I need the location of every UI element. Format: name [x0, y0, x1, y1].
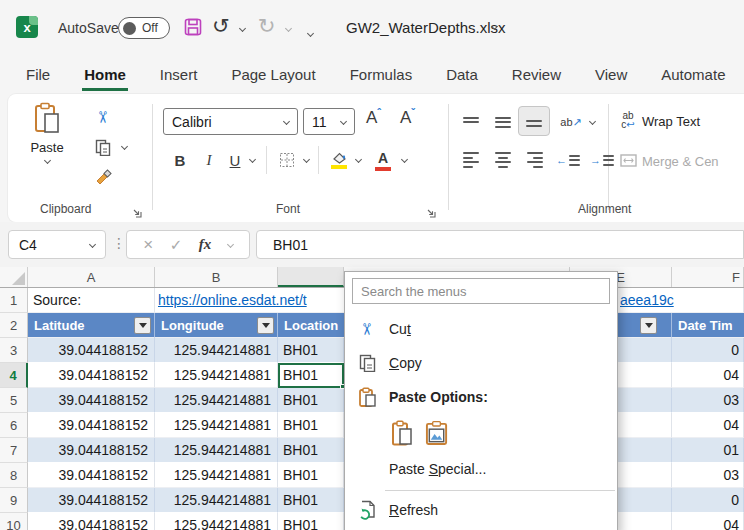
header-latitude[interactable]: Latitude [28, 313, 155, 338]
cell[interactable]: 125.944214881 [155, 338, 278, 363]
cell[interactable]: 125.944214881 [155, 388, 278, 413]
underline-dropdown-icon[interactable] [249, 156, 256, 163]
cell[interactable]: 04 [672, 513, 744, 530]
cell[interactable]: 125.944214881 [155, 413, 278, 438]
row-header-7[interactable]: 7 [0, 438, 28, 463]
menu-item-copy[interactable]: Copy [345, 346, 617, 380]
font-name-select[interactable]: Calibri [163, 108, 298, 135]
wrap-text-button-icon-wrap[interactable]: abc↩ [616, 106, 640, 134]
tab-page-layout[interactable]: Page Layout [229, 60, 317, 91]
clipboard-dialog-launcher-icon[interactable] [132, 204, 142, 222]
bottom-align-button[interactable] [518, 106, 550, 136]
cell[interactable]: 125.944214881 [155, 363, 278, 388]
row-header-4[interactable]: 4 [0, 363, 28, 388]
bold-button[interactable]: B [168, 146, 192, 174]
row-header-9[interactable]: 9 [0, 488, 28, 513]
row-header-10[interactable]: 10 [0, 513, 28, 530]
drag-handle-icon[interactable]: ⋮ [112, 235, 125, 251]
font-color-button[interactable]: A [370, 146, 396, 174]
borders-dropdown-icon[interactable] [303, 156, 310, 163]
source-link[interactable]: https://online.esdat.net/t [158, 292, 307, 308]
cell[interactable]: BH01 [278, 388, 344, 413]
align-left-button[interactable] [458, 146, 484, 174]
tab-insert[interactable]: Insert [158, 60, 200, 91]
fx-dropdown-icon[interactable] [227, 241, 234, 248]
underline-button[interactable]: U [224, 146, 246, 174]
top-align-button[interactable] [458, 108, 484, 136]
paste-button[interactable]: Paste [18, 102, 76, 196]
increase-font-size-button[interactable]: Aˆ [366, 106, 381, 128]
row-header-2[interactable]: 2 [0, 313, 28, 338]
cell[interactable]: 39.044188152 [28, 338, 155, 363]
undo-icon[interactable]: ↺ [212, 14, 230, 38]
redo-dropdown-icon[interactable] [285, 25, 292, 32]
cell[interactable]: 01 [672, 438, 744, 463]
tab-data[interactable]: Data [444, 60, 480, 91]
cell[interactable]: 39.044188152 [28, 463, 155, 488]
menu-item-refresh[interactable]: Refresh [345, 493, 617, 527]
cell[interactable]: 03 [672, 463, 744, 488]
align-right-button[interactable] [522, 146, 548, 174]
cell[interactable]: 39.044188152 [28, 513, 155, 530]
column-header-f[interactable]: F [672, 267, 744, 287]
cell[interactable]: 125.944214881 [155, 438, 278, 463]
font-color-dropdown-icon[interactable] [401, 156, 408, 163]
cell[interactable]: 0 [672, 488, 744, 513]
cell[interactable]: 03 [672, 388, 744, 413]
document-title[interactable]: GW2_WaterDepths.xlsx [346, 19, 506, 36]
row-header-1[interactable]: 1 [0, 288, 28, 313]
autosave-toggle[interactable]: Off [118, 17, 170, 39]
tab-review[interactable]: Review [510, 60, 563, 91]
menu-item-paste-special[interactable]: Paste Special... [345, 452, 617, 486]
cell[interactable]: 39.044188152 [28, 363, 155, 388]
cell-a1[interactable]: Source: [28, 288, 155, 313]
tab-file[interactable]: File [24, 60, 52, 91]
wrap-text-label[interactable]: Wrap Text [642, 114, 700, 129]
formula-bar-input[interactable]: BH01 [256, 230, 744, 259]
tab-view[interactable]: View [593, 60, 629, 91]
column-header-a[interactable]: A [28, 267, 155, 287]
tab-home[interactable]: Home [82, 60, 128, 91]
cell[interactable]: 0 [672, 338, 744, 363]
e-filter-button[interactable] [640, 317, 657, 334]
orientation-button[interactable]: ab↗ [556, 108, 586, 136]
row-header-5[interactable]: 5 [0, 388, 28, 413]
decrease-font-size-button[interactable]: Aˇ [400, 106, 415, 128]
longitude-filter-button[interactable] [257, 317, 274, 334]
cell[interactable]: BH01 [278, 513, 344, 530]
increase-indent-button[interactable]: → [588, 146, 616, 174]
fill-color-button[interactable] [326, 146, 352, 174]
decrease-indent-button[interactable]: ← [554, 146, 582, 174]
select-all-button[interactable] [0, 267, 28, 287]
cell[interactable]: 39.044188152 [28, 413, 155, 438]
save-icon[interactable] [184, 18, 202, 40]
header-date-time[interactable]: Date Tim [672, 313, 744, 338]
row-header-8[interactable]: 8 [0, 463, 28, 488]
font-size-select[interactable]: 11 [303, 108, 355, 135]
paste-as-picture-button[interactable] [424, 419, 450, 448]
cell[interactable]: 125.944214881 [155, 488, 278, 513]
cell[interactable]: BH01 [278, 438, 344, 463]
latitude-filter-button[interactable] [134, 317, 151, 334]
italic-button[interactable]: I [198, 146, 220, 174]
cell[interactable]: 125.944214881 [155, 463, 278, 488]
cell[interactable]: 39.044188152 [28, 488, 155, 513]
font-dialog-launcher-icon[interactable] [426, 204, 436, 222]
paste-dropdown-icon[interactable] [43, 157, 50, 164]
quick-access-toolbar-icon[interactable] [306, 22, 318, 40]
row-header-6[interactable]: 6 [0, 413, 28, 438]
undo-dropdown-icon[interactable] [239, 25, 246, 32]
cell[interactable]: 04 [672, 413, 744, 438]
cell[interactable]: BH01 [278, 338, 344, 363]
source-link-fragment[interactable]: aeea19c [620, 292, 674, 308]
enter-icon[interactable]: ✓ [170, 236, 183, 254]
fill-color-dropdown-icon[interactable] [355, 156, 362, 163]
insert-function-icon[interactable]: fx [199, 236, 212, 253]
menu-search-input[interactable] [352, 278, 610, 304]
cell[interactable]: BH01 [278, 463, 344, 488]
header-longitude[interactable]: Longitude [155, 313, 278, 338]
cell[interactable]: 39.044188152 [28, 388, 155, 413]
cut-button[interactable]: ✂ [92, 106, 114, 128]
middle-align-button[interactable] [490, 108, 516, 136]
tab-formulas[interactable]: Formulas [348, 60, 415, 91]
